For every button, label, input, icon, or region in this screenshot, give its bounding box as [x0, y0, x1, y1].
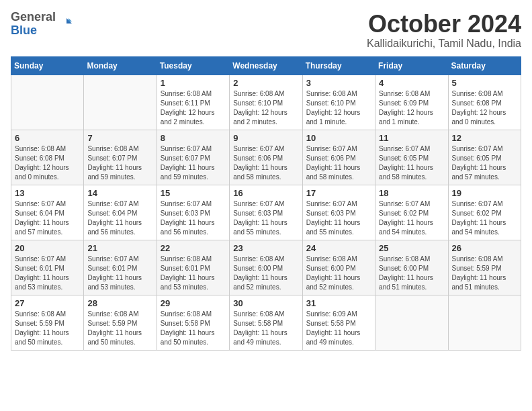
calendar-week-3: 13Sunrise: 6:07 AM Sunset: 6:04 PM Dayli… — [11, 185, 521, 240]
day-number: 10 — [306, 133, 371, 143]
day-info: Sunrise: 6:08 AM Sunset: 6:07 PM Dayligh… — [87, 144, 152, 182]
calendar-cell: 30Sunrise: 6:08 AM Sunset: 5:58 PM Dayli… — [230, 295, 302, 350]
logo-general: General — [11, 11, 56, 24]
day-info: Sunrise: 6:07 AM Sunset: 6:02 PM Dayligh… — [452, 199, 517, 237]
day-info: Sunrise: 6:08 AM Sunset: 5:58 PM Dayligh… — [233, 310, 298, 347]
day-number: 25 — [379, 243, 444, 253]
day-number: 23 — [233, 243, 298, 253]
calendar-cell: 5Sunrise: 6:08 AM Sunset: 6:08 PM Daylig… — [448, 75, 521, 130]
calendar-cell: 29Sunrise: 6:08 AM Sunset: 5:58 PM Dayli… — [157, 295, 229, 350]
day-info: Sunrise: 6:07 AM Sunset: 6:06 PM Dayligh… — [306, 144, 371, 182]
day-number: 27 — [15, 298, 80, 308]
calendar-cell: 4Sunrise: 6:08 AM Sunset: 6:09 PM Daylig… — [375, 75, 448, 130]
day-info: Sunrise: 6:07 AM Sunset: 6:03 PM Dayligh… — [233, 199, 298, 237]
day-info: Sunrise: 6:07 AM Sunset: 6:07 PM Dayligh… — [161, 144, 226, 182]
day-number: 18 — [379, 188, 444, 198]
day-number: 17 — [306, 188, 371, 198]
day-number: 8 — [161, 133, 226, 143]
day-number: 13 — [15, 188, 80, 198]
calendar-cell: 2Sunrise: 6:08 AM Sunset: 6:10 PM Daylig… — [230, 75, 302, 130]
weekday-header-saturday: Saturday — [448, 56, 521, 75]
day-number: 4 — [379, 78, 444, 88]
calendar-cell: 3Sunrise: 6:08 AM Sunset: 6:10 PM Daylig… — [302, 75, 375, 130]
calendar-cell: 1Sunrise: 6:08 AM Sunset: 6:11 PM Daylig… — [157, 75, 229, 130]
day-info: Sunrise: 6:07 AM Sunset: 6:05 PM Dayligh… — [452, 144, 517, 182]
day-number: 26 — [452, 243, 517, 253]
day-number: 24 — [306, 243, 371, 253]
day-info: Sunrise: 6:07 AM Sunset: 6:01 PM Dayligh… — [15, 255, 80, 292]
day-info: Sunrise: 6:08 AM Sunset: 6:08 PM Dayligh… — [15, 144, 80, 182]
day-info: Sunrise: 6:07 AM Sunset: 6:05 PM Dayligh… — [379, 144, 444, 182]
month-title: October 2024 — [367, 11, 521, 38]
weekday-header-wednesday: Wednesday — [230, 56, 302, 75]
calendar-cell: 20Sunrise: 6:07 AM Sunset: 6:01 PM Dayli… — [11, 240, 84, 295]
day-info: Sunrise: 6:08 AM Sunset: 5:58 PM Dayligh… — [161, 310, 226, 347]
calendar-cell: 11Sunrise: 6:07 AM Sunset: 6:05 PM Dayli… — [375, 130, 448, 185]
location-title: Kallidaikurichi, Tamil Nadu, India — [367, 38, 521, 50]
day-number: 31 — [306, 298, 371, 308]
day-number: 1 — [161, 78, 226, 88]
logo-bird-icon — [57, 17, 72, 32]
day-info: Sunrise: 6:08 AM Sunset: 5:59 PM Dayligh… — [452, 255, 517, 292]
day-info: Sunrise: 6:07 AM Sunset: 6:01 PM Dayligh… — [87, 255, 152, 292]
calendar-cell: 7Sunrise: 6:08 AM Sunset: 6:07 PM Daylig… — [84, 130, 157, 185]
day-number: 3 — [306, 78, 371, 88]
calendar-cell: 24Sunrise: 6:08 AM Sunset: 6:00 PM Dayli… — [302, 240, 375, 295]
calendar-cell: 16Sunrise: 6:07 AM Sunset: 6:03 PM Dayli… — [230, 185, 302, 240]
day-info: Sunrise: 6:08 AM Sunset: 6:08 PM Dayligh… — [452, 89, 517, 127]
calendar-cell: 25Sunrise: 6:08 AM Sunset: 6:00 PM Dayli… — [375, 240, 448, 295]
calendar-cell — [375, 295, 448, 350]
calendar-cell: 22Sunrise: 6:08 AM Sunset: 6:01 PM Dayli… — [157, 240, 229, 295]
day-number: 14 — [87, 188, 152, 198]
weekday-header-sunday: Sunday — [11, 56, 84, 75]
calendar-cell: 21Sunrise: 6:07 AM Sunset: 6:01 PM Dayli… — [84, 240, 157, 295]
day-number: 28 — [87, 298, 152, 308]
day-info: Sunrise: 6:08 AM Sunset: 6:09 PM Dayligh… — [379, 89, 444, 127]
day-number: 20 — [15, 243, 80, 253]
calendar-week-1: 1Sunrise: 6:08 AM Sunset: 6:11 PM Daylig… — [11, 75, 521, 130]
day-info: Sunrise: 6:08 AM Sunset: 6:10 PM Dayligh… — [233, 89, 298, 127]
calendar-cell: 15Sunrise: 6:07 AM Sunset: 6:03 PM Dayli… — [157, 185, 229, 240]
calendar-cell: 13Sunrise: 6:07 AM Sunset: 6:04 PM Dayli… — [11, 185, 84, 240]
day-number: 19 — [452, 188, 517, 198]
weekday-header-monday: Monday — [84, 56, 157, 75]
calendar-cell: 31Sunrise: 6:09 AM Sunset: 5:58 PM Dayli… — [302, 295, 375, 350]
day-number: 2 — [233, 78, 298, 88]
logo-blue: Blue — [11, 24, 56, 38]
day-info: Sunrise: 6:08 AM Sunset: 6:00 PM Dayligh… — [379, 255, 444, 292]
calendar-cell: 17Sunrise: 6:07 AM Sunset: 6:03 PM Dayli… — [302, 185, 375, 240]
day-number: 21 — [87, 243, 152, 253]
day-info: Sunrise: 6:08 AM Sunset: 6:11 PM Dayligh… — [161, 89, 226, 127]
calendar-cell: 8Sunrise: 6:07 AM Sunset: 6:07 PM Daylig… — [157, 130, 229, 185]
calendar-cell — [11, 75, 84, 130]
calendar-cell — [448, 295, 521, 350]
day-number: 29 — [161, 298, 226, 308]
day-info: Sunrise: 6:08 AM Sunset: 6:10 PM Dayligh… — [306, 89, 371, 127]
calendar-week-2: 6Sunrise: 6:08 AM Sunset: 6:08 PM Daylig… — [11, 130, 521, 185]
day-info: Sunrise: 6:07 AM Sunset: 6:02 PM Dayligh… — [379, 199, 444, 237]
weekday-header-thursday: Thursday — [302, 56, 375, 75]
day-info: Sunrise: 6:07 AM Sunset: 6:03 PM Dayligh… — [306, 199, 371, 237]
calendar-cell: 27Sunrise: 6:08 AM Sunset: 5:59 PM Dayli… — [11, 295, 84, 350]
day-info: Sunrise: 6:09 AM Sunset: 5:58 PM Dayligh… — [306, 310, 371, 347]
day-number: 9 — [233, 133, 298, 143]
calendar-cell: 12Sunrise: 6:07 AM Sunset: 6:05 PM Dayli… — [448, 130, 521, 185]
calendar-cell: 19Sunrise: 6:07 AM Sunset: 6:02 PM Dayli… — [448, 185, 521, 240]
calendar-table: SundayMondayTuesdayWednesdayThursdayFrid… — [11, 56, 521, 351]
calendar-cell: 23Sunrise: 6:08 AM Sunset: 6:00 PM Dayli… — [230, 240, 302, 295]
calendar-cell: 18Sunrise: 6:07 AM Sunset: 6:02 PM Dayli… — [375, 185, 448, 240]
day-info: Sunrise: 6:08 AM Sunset: 6:01 PM Dayligh… — [161, 255, 226, 292]
day-info: Sunrise: 6:07 AM Sunset: 6:04 PM Dayligh… — [15, 199, 80, 237]
calendar-cell — [84, 75, 157, 130]
weekday-header-tuesday: Tuesday — [157, 56, 229, 75]
day-info: Sunrise: 6:08 AM Sunset: 6:00 PM Dayligh… — [233, 255, 298, 292]
day-info: Sunrise: 6:08 AM Sunset: 5:59 PM Dayligh… — [15, 310, 80, 347]
day-number: 22 — [161, 243, 226, 253]
weekday-header-friday: Friday — [375, 56, 448, 75]
day-number: 16 — [233, 188, 298, 198]
day-info: Sunrise: 6:07 AM Sunset: 6:06 PM Dayligh… — [233, 144, 298, 182]
day-info: Sunrise: 6:08 AM Sunset: 5:59 PM Dayligh… — [87, 310, 152, 347]
day-number: 15 — [161, 188, 226, 198]
weekday-header-row: SundayMondayTuesdayWednesdayThursdayFrid… — [11, 56, 521, 75]
day-info: Sunrise: 6:08 AM Sunset: 6:00 PM Dayligh… — [306, 255, 371, 292]
